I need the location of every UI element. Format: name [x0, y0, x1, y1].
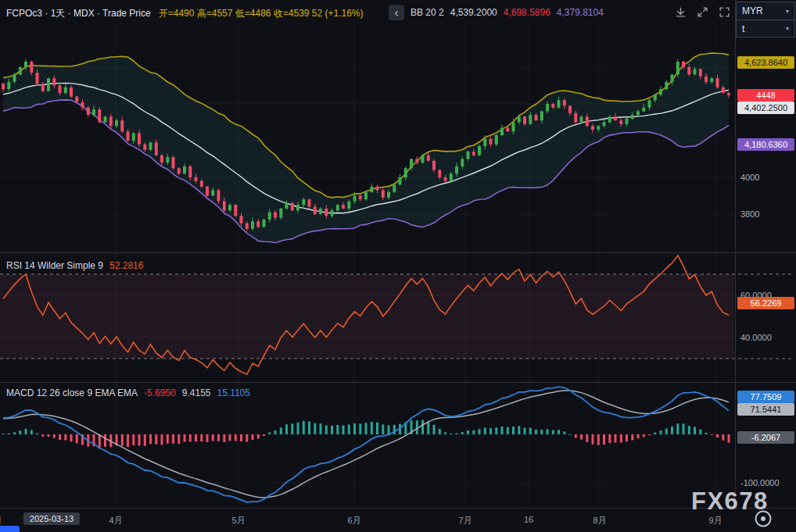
price-label-3800: 3800 — [740, 209, 759, 220]
chart-canvas[interactable] — [0, 0, 796, 509]
macd-label--100: -100.0000 — [740, 477, 780, 488]
time-axis[interactable]: 3月2025-03-134月5月6月7月168月9月 — [0, 509, 796, 532]
bottom-left-partial-button[interactable] — [0, 526, 20, 532]
chevron-down-icon: ▾ — [786, 8, 789, 15]
bb-lower-price-badge: 4,180.6360 — [737, 138, 794, 151]
symbol-legend: FCPOc3 · 1天 · MDX · Trade Price 开=4490 高… — [6, 7, 364, 20]
rsi-value-badge: 56.2269 — [737, 297, 794, 309]
time-label: 9月 — [708, 515, 722, 527]
unit-select[interactable]: t ▾ — [737, 20, 794, 37]
time-label: 5月 — [231, 515, 245, 527]
bb-indicator-legend: ‹ BB 20 2 4,539.2000 4,698.5896 4,379.81… — [389, 5, 604, 20]
maximize-icon — [697, 6, 708, 18]
collapse-panel-button[interactable]: ‹ — [389, 5, 404, 20]
rsi-value: 52.2816 — [109, 260, 143, 271]
ohlc-values: 开=4490 高=4557 低=4486 收=4539 52 (+1.16%) — [159, 7, 364, 20]
chart-toolbar — [671, 5, 734, 22]
chevron-down-icon: ▾ — [786, 25, 789, 32]
scroll-to-latest-icon — [675, 6, 687, 18]
bb-upper-value: 4,698.5896 — [504, 7, 550, 18]
bb-lower-value: 4,379.8104 — [557, 7, 604, 18]
signal-value-badge: 71.5441 — [737, 403, 794, 416]
time-crosshair-badge: 2025-03-13 — [23, 512, 80, 525]
unit-panel: MYR ▾ t ▾ — [736, 2, 795, 37]
fullscreen-icon — [719, 6, 730, 18]
macd-signal-value: 15.1105 — [217, 387, 250, 398]
symbol-title[interactable]: FCPOc3 · 1天 · MDX · Trade Price — [6, 7, 151, 20]
last-price-badge: 4448 — [737, 89, 794, 102]
rsi-title: RSI 14 Wilder Simple 9 — [6, 260, 103, 271]
fx678-logo-icon — [753, 509, 773, 529]
trading-chart-app: FCPOc3 · 1天 · MDX · Trade Price 开=4490 高… — [0, 0, 796, 532]
macd-value-badge: 77.7509 — [737, 391, 794, 403]
bb-label[interactable]: BB 20 2 — [411, 7, 444, 18]
rsi-label-40: 40.0000 — [740, 332, 772, 343]
macd-indicator-legend[interactable]: MACD 12 26 close 9 EMA EMA -5.6950 9.415… — [6, 387, 250, 398]
scroll-to-latest-button[interactable] — [671, 5, 690, 22]
fullscreen-button[interactable] — [715, 5, 734, 22]
unit-label: t — [742, 23, 744, 34]
bb-upper-price-badge: 4,623.8640 — [737, 56, 794, 69]
rsi-indicator-legend[interactable]: RSI 14 Wilder Simple 9 52.2816 — [6, 260, 143, 271]
time-label: 16 — [524, 515, 533, 524]
bb-basis-price-badge: 4,402.2500 — [737, 102, 794, 114]
time-label: 6月 — [347, 515, 360, 527]
time-label: 4月 — [109, 515, 122, 527]
time-label: 3月 — [0, 515, 2, 527]
price-axis[interactable]: 4,623.8640 4448 4,402.2500 4,180.6360 40… — [736, 0, 796, 509]
macd-hist-value: -5.6950 — [144, 387, 176, 398]
currency-select[interactable]: MYR ▾ — [737, 2, 794, 20]
macd-title: MACD 12 26 close 9 EMA EMA — [6, 387, 138, 398]
macd-line-value: 9.4155 — [182, 387, 211, 398]
time-label: 8月 — [593, 515, 606, 527]
maximize-button[interactable] — [693, 5, 712, 22]
time-label: 7月 — [458, 515, 472, 527]
currency-label: MYR — [742, 5, 763, 16]
price-label-4000: 4000 — [740, 172, 759, 183]
hist-value-badge: -6.2067 — [737, 431, 794, 444]
bb-basis-value: 4,539.2000 — [450, 7, 497, 18]
